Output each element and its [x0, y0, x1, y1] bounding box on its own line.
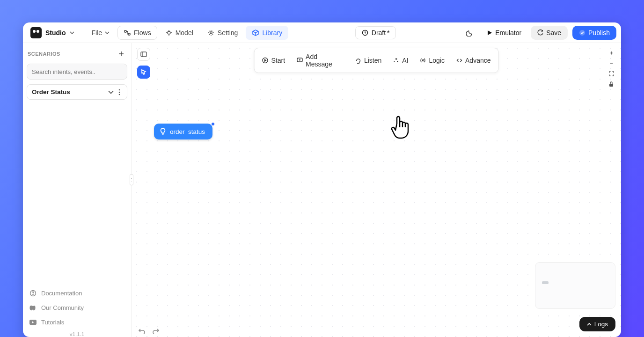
- toolbar-ai[interactable]: AI: [387, 54, 414, 67]
- dirty-marker: *: [387, 29, 389, 37]
- main-body: SCENARIOS Order Status: [23, 43, 621, 337]
- nav-file[interactable]: File: [86, 26, 116, 40]
- svg-point-2: [168, 31, 170, 34]
- panel-toggle-button[interactable]: [137, 48, 150, 61]
- start-label: Start: [271, 57, 285, 64]
- svg-point-3: [210, 31, 212, 33]
- theme-toggle[interactable]: [462, 25, 477, 40]
- draft-status[interactable]: Draft *: [355, 26, 396, 39]
- doc-label: Documentation: [41, 290, 82, 297]
- play-circle-icon: [262, 57, 269, 64]
- node-order-status[interactable]: order_status: [154, 124, 212, 139]
- code-icon: [456, 57, 462, 64]
- nav-model[interactable]: Model: [159, 26, 199, 40]
- emulator-button[interactable]: Emulator: [482, 26, 526, 40]
- zoom-out-button[interactable]: －: [606, 59, 616, 67]
- emulator-label: Emulator: [495, 29, 521, 37]
- lightbulb-icon: [160, 128, 166, 135]
- library-icon: [252, 29, 259, 37]
- check-circle-icon: [579, 29, 585, 36]
- top-bar: Studio File Flows: [23, 22, 621, 43]
- toolbar-add-message[interactable]: Add Message: [291, 50, 349, 71]
- nav-library[interactable]: Library: [246, 26, 288, 40]
- ai-label: AI: [402, 57, 408, 64]
- ear-icon: [355, 57, 361, 64]
- zoom-in-button[interactable]: ＋: [606, 49, 616, 57]
- logs-button[interactable]: Logs: [579, 317, 615, 331]
- redo-button[interactable]: [152, 328, 160, 334]
- sparkle-icon: [393, 57, 399, 64]
- canvas-left-tools: [137, 48, 150, 79]
- brand-menu[interactable]: Studio: [28, 25, 77, 40]
- minimap-node-marker: [542, 281, 549, 284]
- toolbar-listen[interactable]: Listen: [349, 54, 387, 67]
- advance-label: Advance: [465, 57, 490, 64]
- sidebar-header: SCENARIOS: [27, 47, 127, 61]
- nav-library-label: Library: [262, 29, 282, 37]
- scenarios-heading: SCENARIOS: [28, 51, 60, 57]
- tutorials-label: Tutorials: [41, 319, 64, 326]
- node-output-port[interactable]: [211, 122, 215, 126]
- svg-rect-1: [128, 33, 130, 35]
- sidebar-bottom: Documentation Our Community Tutorials v1…: [27, 284, 127, 337]
- canvas[interactable]: ⋮ Start Add Message: [132, 43, 621, 337]
- undo-button[interactable]: [138, 328, 146, 334]
- gear-icon: [207, 29, 215, 37]
- play-icon: [487, 30, 492, 36]
- moon-icon: [466, 29, 474, 37]
- video-icon: [29, 319, 37, 326]
- publish-label: Publish: [588, 29, 610, 37]
- chevron-down-icon[interactable]: [108, 89, 114, 95]
- svg-point-8: [119, 94, 120, 95]
- top-nav: File Flows Model: [86, 26, 289, 40]
- node-label: order_status: [170, 128, 205, 135]
- minimap[interactable]: [535, 262, 615, 309]
- search-input[interactable]: [32, 68, 122, 75]
- sidebar-link-tutorials[interactable]: Tutorials: [28, 315, 126, 330]
- svg-rect-12: [141, 52, 146, 57]
- sidebar-link-documentation[interactable]: Documentation: [28, 286, 126, 300]
- pointer-tool-button[interactable]: [137, 66, 150, 79]
- clock-icon: [361, 29, 369, 37]
- logic-label: Logic: [429, 57, 445, 64]
- discord-icon: [29, 304, 37, 311]
- nav-setting-label: Setting: [218, 29, 238, 37]
- publish-button[interactable]: Publish: [572, 26, 616, 40]
- toolbar-start[interactable]: Start: [256, 54, 291, 67]
- variable-icon: [420, 57, 426, 64]
- kebab-icon[interactable]: [117, 89, 122, 95]
- hand-cursor-icon: [389, 112, 412, 140]
- svg-rect-0: [124, 30, 126, 32]
- svg-point-6: [119, 89, 120, 90]
- nav-flows-label: Flows: [134, 29, 151, 37]
- add-scenario-button[interactable]: [116, 49, 126, 59]
- chevron-down-icon: [70, 30, 74, 35]
- scenario-item-order-status[interactable]: Order Status: [27, 84, 127, 100]
- toolbar-advance[interactable]: Advance: [450, 54, 496, 67]
- search-input-wrap[interactable]: [27, 64, 127, 80]
- canvas-zoom-tools: ＋ －: [606, 49, 616, 88]
- nav-setting[interactable]: Setting: [201, 26, 244, 40]
- sidebar-collapse-handle[interactable]: ⋮: [130, 174, 133, 185]
- top-center: Draft *: [288, 26, 462, 39]
- toolbar-logic[interactable]: Logic: [414, 54, 450, 67]
- top-right: Emulator Save Publish: [462, 25, 616, 40]
- undo-redo-group: [138, 328, 160, 334]
- svg-point-7: [119, 91, 120, 93]
- refresh-icon: [537, 29, 543, 36]
- svg-point-10: [33, 294, 33, 295]
- nav-flows[interactable]: Flows: [117, 26, 157, 40]
- sidebar-link-community[interactable]: Our Community: [28, 300, 126, 315]
- robot-icon: [30, 27, 42, 38]
- scenario-name: Order Status: [32, 88, 70, 95]
- draft-label: Draft: [372, 29, 386, 37]
- save-label: Save: [546, 29, 561, 37]
- fit-view-button[interactable]: [606, 69, 616, 78]
- brand-name: Studio: [45, 29, 66, 37]
- lock-view-button[interactable]: [606, 80, 616, 88]
- nav-file-label: File: [92, 29, 102, 37]
- save-button[interactable]: Save: [531, 26, 568, 40]
- canvas-toolbar: Start Add Message Listen AI Logic: [254, 48, 499, 73]
- listen-label: Listen: [364, 57, 381, 64]
- sidebar: SCENARIOS Order Status: [23, 43, 132, 337]
